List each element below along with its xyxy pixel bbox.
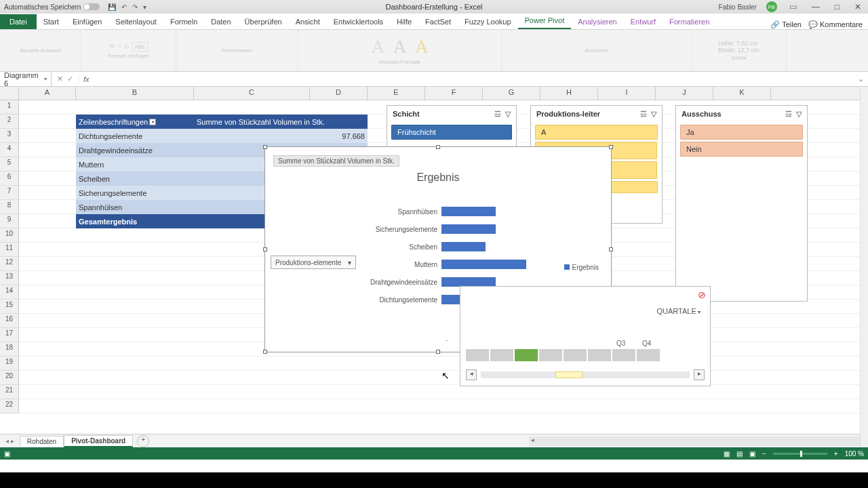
slicer-item[interactable]: A [535,125,658,140]
maximize-icon[interactable]: □ [832,2,842,12]
qat-more-icon[interactable]: ▾ [143,3,146,11]
chart-title[interactable]: Ergebnis [265,171,611,184]
tab-ueberpruefen[interactable]: Überprüfen [238,14,289,29]
horizontal-scrollbar[interactable] [529,436,868,446]
row-header[interactable]: 22 [0,399,19,413]
formula-expand-icon[interactable]: ⌄ [854,75,868,83]
sheet-nav-prev-icon[interactable]: ◂ ▸ [0,437,20,445]
tab-analysieren[interactable]: Analysieren [571,14,623,29]
tab-einfuegen[interactable]: Einfügen [66,14,108,29]
col-header-K[interactable]: K [713,87,771,100]
timeline-period-dropdown[interactable]: QUARTALE [656,307,701,315]
sheet-tab-rohdaten[interactable]: Rohdaten [20,436,64,447]
row-header[interactable]: 9 [0,214,19,228]
tab-ansicht[interactable]: Ansicht [289,14,327,29]
zoom-in-icon[interactable]: + [834,450,838,458]
col-header-G[interactable]: G [483,87,540,100]
row-header[interactable]: 12 [0,257,19,271]
col-header-B[interactable]: B [76,87,194,100]
cancel-fx-icon[interactable]: ✕ [57,75,63,83]
row-header[interactable]: 17 [0,328,19,342]
tab-entwurf[interactable]: Entwurf [624,14,663,29]
add-sheet-icon[interactable]: + [137,435,149,447]
row-header[interactable]: 19 [0,357,19,371]
col-header-C[interactable]: C [194,87,310,100]
vertical-scrollbar[interactable] [860,89,868,447]
slicer-item[interactable]: Nein [680,142,803,157]
tab-seitenlayout[interactable]: Seitenlayout [108,14,163,29]
name-box[interactable]: Diagramm 6 [0,71,52,87]
tab-entwicklertools[interactable]: Entwicklertools [327,14,390,29]
col-header-D[interactable]: D [310,87,368,100]
slicer-ausschuss[interactable]: Ausschuss☲▽ Ja Nein [675,105,808,302]
col-header-J[interactable]: J [656,87,713,100]
worksheet-grid[interactable]: A B C D E F G H I J K 123456789101112131… [0,87,868,434]
sheet-tab-pivot[interactable]: Pivot-Dashboard [64,435,133,447]
fx-icon[interactable]: fx [79,75,90,83]
undo-icon[interactable]: ↶ [121,3,127,11]
chart-bar[interactable] [441,207,496,216]
row-header[interactable]: 14 [0,285,19,300]
close-icon[interactable]: ✕ [852,2,864,12]
row-header[interactable]: 3 [0,129,19,143]
col-header-F[interactable]: F [425,87,483,100]
row-header[interactable]: 18 [0,342,19,357]
zoom-slider[interactable] [773,453,827,455]
row-header[interactable]: 15 [0,300,19,314]
row-header[interactable]: 21 [0,385,19,399]
zoom-level[interactable]: 100 % [845,450,864,458]
tab-formatieren[interactable]: Formatieren [663,14,716,29]
clear-filter-icon[interactable]: ▽ [651,110,656,119]
chart-bar[interactable] [441,260,526,269]
redo-icon[interactable]: ↷ [132,3,138,11]
slicer-item[interactable]: Ja [680,125,803,140]
clear-filter-icon[interactable]: ▽ [796,110,802,119]
tab-factset[interactable]: FactSet [418,14,458,29]
tab-fuzzy[interactable]: Fuzzy Lookup [458,14,517,29]
timeline-next-icon[interactable]: ▸ [694,369,705,380]
row-header[interactable]: 20 [0,371,19,385]
comments-button[interactable]: 💬 Kommentare [808,20,863,29]
record-macro-icon[interactable]: ▣ [4,450,10,458]
avatar[interactable]: FB [766,1,777,12]
clear-timeline-icon[interactable]: ⊘ [698,289,706,300]
autosave-toggle[interactable]: Automatisches Speichern [4,3,100,11]
clear-filter-icon[interactable]: ▽ [505,110,511,119]
row-header[interactable]: 2 [0,115,19,129]
enter-fx-icon[interactable]: ✓ [67,75,73,83]
col-header-A[interactable]: A [19,87,76,100]
row-header[interactable]: 6 [0,171,19,186]
col-header-E[interactable]: E [368,87,425,100]
view-layout-icon[interactable]: ▤ [736,450,743,458]
file-tab[interactable]: Datei [0,14,37,29]
zoom-out-icon[interactable]: − [762,450,766,458]
share-button[interactable]: 🔗 Teilen [770,20,802,29]
chart-field-button[interactable]: Produktions-elemente▾ [271,256,356,269]
row-header[interactable]: 13 [0,271,19,285]
chart-bar[interactable] [441,277,496,287]
tab-hilfe[interactable]: Hilfe [390,14,418,29]
multiselect-icon[interactable]: ☲ [494,110,501,119]
view-normal-icon[interactable]: ▦ [724,450,730,458]
row-header[interactable]: 10 [0,228,19,243]
row-header[interactable]: 4 [0,143,19,157]
timeline-track[interactable] [466,349,660,361]
row-header[interactable]: 16 [0,314,19,328]
row-header[interactable]: 11 [0,243,19,257]
row-header[interactable]: 8 [0,200,19,214]
row-header[interactable]: 5 [0,157,19,171]
save-icon[interactable]: 💾 [108,3,116,11]
col-header-I[interactable]: I [598,87,656,100]
tab-powerpivot[interactable]: Power Pivot [518,13,572,29]
tab-formeln[interactable]: Formeln [163,14,204,29]
user-name[interactable]: Fabio Basler [719,3,757,11]
slicer-schicht[interactable]: Schicht☲▽ Frühschicht [387,105,517,150]
multiselect-icon[interactable]: ☲ [785,110,792,119]
tab-start[interactable]: Start [37,14,66,29]
multiselect-icon[interactable]: ☲ [640,110,647,119]
chart-bar[interactable] [441,242,486,251]
pivot-rowheader[interactable]: Zeilenbeschriftungen▾ [76,115,194,129]
timeline-slicer[interactable]: ⊘ QUARTALE Q3 Q4 ◂ ▸ [460,286,711,386]
pivot-filter-icon[interactable]: ▾ [149,119,156,125]
chart-bar[interactable] [441,224,496,234]
